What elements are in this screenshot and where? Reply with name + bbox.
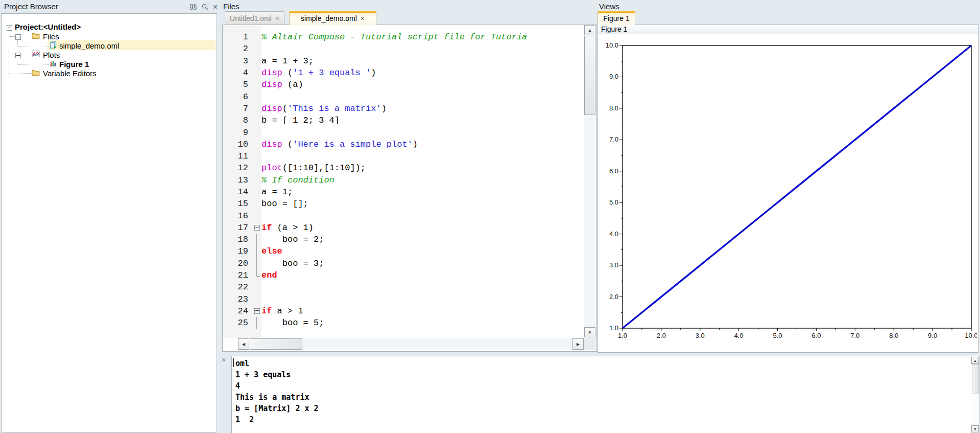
code-line: 14a = 1;: [223, 186, 584, 198]
code-text: else: [261, 246, 282, 256]
y-tick-label: 1.0: [609, 324, 618, 332]
token-plain: boo = 5;: [261, 318, 324, 328]
tab-simple-demo-oml[interactable]: simple_demo.oml ×: [289, 11, 376, 25]
editor-vertical-scrollbar[interactable]: ▲ ▼: [584, 25, 595, 337]
code-line: 22: [223, 281, 584, 293]
token-plain: b = [ 1 2; 3 4]: [261, 116, 340, 125]
scroll-down-arrow-icon[interactable]: ▼: [971, 425, 979, 432]
code-line: 25 boo = 5;: [223, 317, 584, 329]
tree-item-figure-1[interactable]: Figure 1: [59, 60, 89, 69]
code-line: 13% If condition: [223, 174, 584, 186]
fold-marker: [253, 162, 261, 174]
line-number: 15: [223, 199, 253, 209]
code-line: 7disp('This is a matrix'): [223, 103, 584, 115]
active-tab-accent: [289, 11, 376, 13]
scrollbar-corner: [584, 338, 595, 350]
code-line: 15boo = [];: [223, 198, 584, 210]
project-browser-toolbar: ×: [189, 3, 218, 11]
editor-code-area[interactable]: 1% Altair Compose - Tutorial script file…: [223, 25, 584, 338]
collapse-box-files[interactable]: [15, 34, 21, 40]
scroll-up-arrow-icon[interactable]: ▲: [584, 25, 595, 35]
fold-marker: [253, 67, 261, 79]
fold-marker: [253, 317, 261, 329]
tab-untitled1-oml[interactable]: Untitled1.oml ×: [225, 11, 284, 25]
tree-connector: [17, 58, 18, 64]
scroll-left-arrow-icon[interactable]: ◀: [238, 338, 249, 350]
search-magnifier-icon[interactable]: [201, 3, 209, 11]
collapse-box-plots[interactable]: [15, 53, 21, 58]
tree-connector: [18, 46, 49, 47]
project-browser-close-icon[interactable]: ×: [213, 3, 218, 11]
scrollbar-thumb[interactable]: [584, 36, 595, 115]
scroll-right-arrow-icon[interactable]: ▶: [572, 338, 584, 350]
token-plain: boo = 3;: [261, 259, 324, 268]
tree-item-variable-editors[interactable]: Variable Editors: [43, 69, 97, 78]
console-output[interactable]: oml1 + 3 equals4This is a matrixb = [Mat…: [233, 358, 970, 433]
fold-marker: [253, 198, 261, 210]
token-str: 'This is a matrix': [288, 104, 381, 113]
line-number: 16: [223, 211, 253, 221]
line-number: 23: [223, 294, 253, 304]
token-func: plot: [261, 163, 282, 173]
scrollbar-thumb[interactable]: [972, 364, 978, 394]
fold-marker[interactable]: [253, 222, 261, 234]
fold-marker: [253, 55, 261, 67]
tree-item-simple-demo[interactable]: simple_demo.oml: [59, 41, 119, 50]
tab-close-icon[interactable]: ×: [275, 14, 279, 22]
figure-view: Figure 1 1.010.02.09.03.08.04.07.05.06.0…: [597, 25, 978, 353]
fold-marker: [253, 79, 261, 90]
token-plain: a = 1;: [261, 187, 293, 197]
console-close-icon[interactable]: ×: [222, 356, 226, 363]
scroll-down-arrow-icon[interactable]: ▼: [584, 327, 595, 337]
tab-close-icon[interactable]: ×: [361, 14, 365, 22]
token-plain: (a > 1): [272, 223, 314, 233]
code-line: 20 boo = 3;: [223, 258, 584, 269]
find-binoculars-icon[interactable]: [189, 3, 197, 11]
views-panel-title: Views: [599, 2, 619, 11]
collapse-box-project[interactable]: [7, 25, 12, 31]
code-line: 16: [223, 210, 584, 221]
figure-plot: 1.010.02.09.03.08.04.07.05.06.06.05.07.0…: [598, 25, 977, 351]
folder-icon: [32, 32, 40, 39]
code-line: 19else: [223, 245, 584, 257]
project-tree: Project:<Untitled> Files simple_demo.oml…: [1, 13, 217, 432]
tree-item-plots[interactable]: Plots: [43, 51, 60, 59]
files-panel-title: Files: [223, 2, 240, 11]
scroll-up-arrow-icon[interactable]: ▲: [971, 357, 979, 364]
code-text: disp ('1 + 3 equals '): [261, 68, 376, 78]
line-number: 1: [223, 32, 253, 42]
code-text: % Altair Compose - Tutorial script file …: [261, 32, 527, 42]
x-tick-label: 4.0: [734, 332, 744, 339]
token-func: disp: [261, 104, 282, 113]
scrollbar-thumb[interactable]: [250, 338, 302, 350]
fold-marker: [253, 174, 261, 186]
console-line: 4: [233, 380, 970, 392]
code-text: if (a > 1): [261, 223, 314, 233]
project-browser-separator: [0, 12, 221, 12]
token-plain: a > 1: [272, 306, 303, 316]
code-line: 23: [223, 293, 584, 305]
line-number: 21: [223, 270, 253, 280]
x-tick-label: 1.0: [618, 332, 627, 339]
code-text: boo = 3;: [261, 259, 324, 268]
code-editor: 1% Altair Compose - Tutorial script file…: [222, 25, 597, 352]
project-browser-title: Project Browser: [4, 2, 58, 11]
token-comment: % Altair Compose - Tutorial script file …: [261, 32, 527, 42]
y-tick-label: 2.0: [609, 293, 618, 301]
line-number: 17: [223, 223, 253, 233]
token-plain: (a): [282, 80, 303, 89]
tab-figure-1[interactable]: Figure 1: [597, 11, 635, 25]
code-line: 10disp ('Here is a simple plot'): [223, 139, 584, 150]
fold-marker: [253, 293, 261, 305]
code-line: 6: [223, 90, 584, 102]
editor-horizontal-scrollbar[interactable]: ◀ ▶: [238, 338, 584, 350]
tree-item-files[interactable]: Files: [43, 32, 59, 41]
console-scrollbar[interactable]: ▲ ▼: [971, 357, 979, 432]
code-line: 5disp (a): [223, 79, 584, 90]
line-number: 7: [223, 104, 253, 113]
tree-item-project[interactable]: Project:<Untitled>: [15, 22, 81, 31]
code-line: 12plot([1:10],[1:10]);: [223, 162, 584, 174]
fold-marker[interactable]: [253, 305, 261, 317]
token-plain: ): [413, 140, 418, 149]
token-plain: (: [282, 68, 293, 78]
